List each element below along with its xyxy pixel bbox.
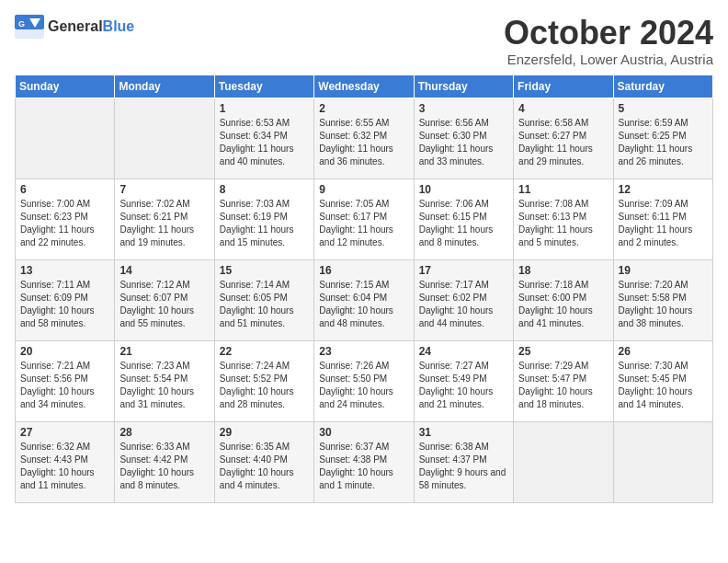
day-number: 28 (119, 426, 209, 439)
calendar-cell: 6Sunrise: 7:00 AMSunset: 6:23 PMDaylight… (16, 178, 115, 259)
cell-content: Sunrise: 7:02 AMSunset: 6:21 PMDaylight:… (119, 198, 209, 249)
cell-content: Sunrise: 6:33 AMSunset: 4:42 PMDaylight:… (119, 441, 209, 492)
weekday-header-thursday: Thursday (414, 75, 513, 98)
cell-content: Sunrise: 7:14 AMSunset: 6:05 PMDaylight:… (220, 279, 309, 330)
cell-content: Sunrise: 7:18 AMSunset: 6:00 PMDaylight:… (518, 279, 608, 330)
cell-content: Sunrise: 7:21 AMSunset: 5:56 PMDaylight:… (20, 360, 109, 411)
page-header: G GeneralBlue October 2024 Enzersfeld, L… (15, 15, 713, 67)
calendar-cell: 25Sunrise: 7:29 AMSunset: 5:47 PMDayligh… (514, 340, 613, 421)
calendar-week-3: 13Sunrise: 7:11 AMSunset: 6:09 PMDayligh… (16, 259, 713, 340)
svg-rect-2 (15, 29, 44, 39)
day-number: 18 (518, 264, 608, 277)
calendar-cell: 1Sunrise: 6:53 AMSunset: 6:34 PMDaylight… (214, 98, 313, 178)
cell-content: Sunrise: 7:03 AMSunset: 6:19 PMDaylight:… (220, 198, 309, 249)
calendar-cell: 28Sunrise: 6:33 AMSunset: 4:42 PMDayligh… (115, 421, 214, 502)
cell-content: Sunrise: 7:23 AMSunset: 5:54 PMDaylight:… (119, 360, 209, 411)
logo-general: General (48, 18, 103, 34)
weekday-header-sunday: Sunday (16, 75, 115, 98)
calendar-week-1: 1Sunrise: 6:53 AMSunset: 6:34 PMDaylight… (16, 98, 713, 178)
calendar-cell: 24Sunrise: 7:27 AMSunset: 5:49 PMDayligh… (414, 340, 513, 421)
calendar-table: SundayMondayTuesdayWednesdayThursdayFrid… (15, 75, 713, 503)
calendar-cell: 31Sunrise: 6:38 AMSunset: 4:37 PMDayligh… (414, 421, 513, 502)
cell-content: Sunrise: 7:29 AMSunset: 5:47 PMDaylight:… (518, 360, 608, 411)
day-number: 30 (319, 426, 408, 439)
calendar-cell: 8Sunrise: 7:03 AMSunset: 6:19 PMDaylight… (214, 178, 313, 259)
cell-content: Sunrise: 7:27 AMSunset: 5:49 PMDaylight:… (419, 360, 508, 411)
cell-content: Sunrise: 6:56 AMSunset: 6:30 PMDaylight:… (419, 117, 508, 168)
weekday-header-monday: Monday (115, 75, 214, 98)
calendar-cell: 11Sunrise: 7:08 AMSunset: 6:13 PMDayligh… (514, 178, 613, 259)
calendar-week-2: 6Sunrise: 7:00 AMSunset: 6:23 PMDaylight… (16, 178, 713, 259)
calendar-cell: 9Sunrise: 7:05 AMSunset: 6:17 PMDaylight… (314, 178, 414, 259)
cell-content: Sunrise: 7:00 AMSunset: 6:23 PMDaylight:… (20, 198, 109, 249)
cell-content: Sunrise: 7:24 AMSunset: 5:52 PMDaylight:… (220, 360, 309, 411)
month-title: October 2024 (504, 15, 713, 52)
day-number: 9 (319, 183, 408, 196)
logo-icon: G (15, 15, 44, 39)
logo-blue: Blue (103, 18, 135, 34)
calendar-cell: 14Sunrise: 7:12 AMSunset: 6:07 PMDayligh… (115, 259, 214, 340)
weekday-header-saturday: Saturday (613, 75, 712, 98)
calendar-cell: 10Sunrise: 7:06 AMSunset: 6:15 PMDayligh… (414, 178, 513, 259)
day-number: 5 (619, 102, 708, 115)
day-number: 31 (419, 426, 508, 439)
day-number: 11 (518, 183, 608, 196)
cell-content: Sunrise: 6:38 AMSunset: 4:37 PMDaylight:… (419, 441, 508, 492)
day-number: 19 (619, 264, 708, 277)
calendar-cell: 7Sunrise: 7:02 AMSunset: 6:21 PMDaylight… (115, 178, 214, 259)
day-number: 13 (20, 264, 109, 277)
calendar-cell: 21Sunrise: 7:23 AMSunset: 5:54 PMDayligh… (115, 340, 214, 421)
calendar-cell: 19Sunrise: 7:20 AMSunset: 5:58 PMDayligh… (613, 259, 712, 340)
cell-content: Sunrise: 6:32 AMSunset: 4:43 PMDaylight:… (20, 441, 109, 492)
day-number: 25 (518, 345, 608, 358)
day-number: 21 (119, 345, 209, 358)
weekday-header-row: SundayMondayTuesdayWednesdayThursdayFrid… (16, 75, 713, 98)
cell-content: Sunrise: 6:59 AMSunset: 6:25 PMDaylight:… (619, 117, 708, 168)
weekday-header-friday: Friday (514, 75, 613, 98)
calendar-cell: 13Sunrise: 7:11 AMSunset: 6:09 PMDayligh… (16, 259, 115, 340)
day-number: 27 (20, 426, 109, 439)
cell-content: Sunrise: 6:55 AMSunset: 6:32 PMDaylight:… (319, 117, 408, 168)
svg-text:G: G (18, 19, 25, 29)
day-number: 23 (319, 345, 408, 358)
day-number: 15 (220, 264, 309, 277)
calendar-cell: 15Sunrise: 7:14 AMSunset: 6:05 PMDayligh… (214, 259, 313, 340)
calendar-cell: 22Sunrise: 7:24 AMSunset: 5:52 PMDayligh… (214, 340, 313, 421)
cell-content: Sunrise: 6:53 AMSunset: 6:34 PMDaylight:… (220, 117, 309, 168)
cell-content: Sunrise: 7:20 AMSunset: 5:58 PMDaylight:… (619, 279, 708, 330)
day-number: 1 (220, 102, 309, 115)
calendar-week-4: 20Sunrise: 7:21 AMSunset: 5:56 PMDayligh… (16, 340, 713, 421)
calendar-cell: 16Sunrise: 7:15 AMSunset: 6:04 PMDayligh… (314, 259, 414, 340)
calendar-cell (514, 421, 613, 502)
calendar-cell: 30Sunrise: 6:37 AMSunset: 4:38 PMDayligh… (314, 421, 414, 502)
day-number: 4 (518, 102, 608, 115)
day-number: 29 (220, 426, 309, 439)
calendar-cell: 27Sunrise: 6:32 AMSunset: 4:43 PMDayligh… (16, 421, 115, 502)
day-number: 3 (419, 102, 508, 115)
day-number: 20 (20, 345, 109, 358)
calendar-cell (115, 98, 214, 178)
calendar-cell: 20Sunrise: 7:21 AMSunset: 5:56 PMDayligh… (16, 340, 115, 421)
day-number: 12 (619, 183, 708, 196)
cell-content: Sunrise: 7:15 AMSunset: 6:04 PMDaylight:… (319, 279, 408, 330)
title-block: October 2024 Enzersfeld, Lower Austria, … (504, 15, 713, 67)
calendar-cell: 2Sunrise: 6:55 AMSunset: 6:32 PMDaylight… (314, 98, 414, 178)
cell-content: Sunrise: 7:09 AMSunset: 6:11 PMDaylight:… (619, 198, 708, 249)
cell-content: Sunrise: 7:26 AMSunset: 5:50 PMDaylight:… (319, 360, 408, 411)
calendar-cell: 5Sunrise: 6:59 AMSunset: 6:25 PMDaylight… (613, 98, 712, 178)
day-number: 14 (119, 264, 209, 277)
calendar-cell: 4Sunrise: 6:58 AMSunset: 6:27 PMDaylight… (514, 98, 613, 178)
calendar-cell: 29Sunrise: 6:35 AMSunset: 4:40 PMDayligh… (214, 421, 313, 502)
cell-content: Sunrise: 6:58 AMSunset: 6:27 PMDaylight:… (518, 117, 608, 168)
weekday-header-wednesday: Wednesday (314, 75, 414, 98)
calendar-cell: 26Sunrise: 7:30 AMSunset: 5:45 PMDayligh… (613, 340, 712, 421)
cell-content: Sunrise: 7:08 AMSunset: 6:13 PMDaylight:… (518, 198, 608, 249)
day-number: 16 (319, 264, 408, 277)
calendar-cell: 18Sunrise: 7:18 AMSunset: 6:00 PMDayligh… (514, 259, 613, 340)
cell-content: Sunrise: 7:11 AMSunset: 6:09 PMDaylight:… (20, 279, 109, 330)
calendar-cell: 17Sunrise: 7:17 AMSunset: 6:02 PMDayligh… (414, 259, 513, 340)
day-number: 10 (419, 183, 508, 196)
cell-content: Sunrise: 7:05 AMSunset: 6:17 PMDaylight:… (319, 198, 408, 249)
day-number: 7 (119, 183, 209, 196)
day-number: 17 (419, 264, 508, 277)
